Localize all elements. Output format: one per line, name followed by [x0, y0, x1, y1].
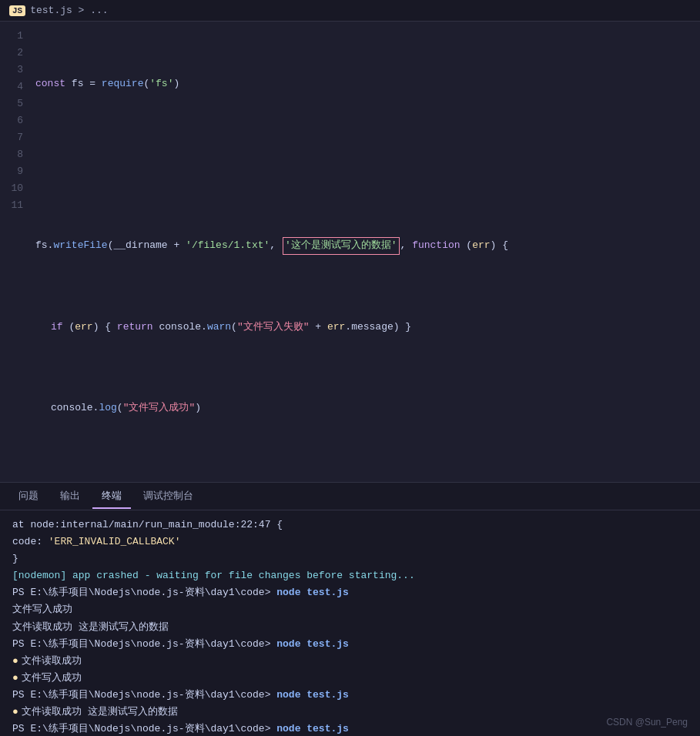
token-writefail: "文件写入失败" — [237, 319, 310, 336]
panel-tabs: 问题 输出 终端 调试控制台 — [0, 483, 700, 510]
term-line-bullet1: ●文件读取成功 — [12, 653, 688, 670]
line-num-10: 10 — [6, 180, 23, 197]
token-require: require — [102, 76, 144, 92]
token-writefile: writeFile — [53, 238, 107, 254]
terminal-content[interactable]: at node:internal/main/run_main_module:22… — [0, 510, 700, 736]
tab-debug[interactable]: 调试控制台 — [134, 484, 203, 509]
term-line-nodemon: [nodemon] app crashed - waiting for file… — [12, 567, 688, 584]
term-line-read1: 文件读取成功 这是测试写入的数据 — [12, 619, 688, 636]
token-function3: function — [412, 238, 460, 254]
line-num-3: 3 — [6, 62, 23, 79]
line-num-11: 11 — [6, 197, 23, 214]
token-if4: if — [51, 319, 63, 336]
line-num-5: 5 — [6, 95, 23, 112]
token-writesuccess: "文件写入成功" — [123, 400, 196, 417]
tab-terminal[interactable]: 终端 — [92, 484, 131, 509]
line-num-6: 6 — [6, 112, 23, 129]
code-editor[interactable]: const fs = require ( 'fs' ) fs . writeFi… — [32, 22, 700, 482]
term-line-bullet3: ●文件读取成功 这是测试写入的数据 — [12, 704, 688, 721]
line-numbers: 1 2 3 4 5 6 7 8 9 10 11 — [0, 22, 32, 482]
code-line-2 — [32, 157, 700, 174]
token-dirname: __dirname — [113, 238, 167, 254]
token-fs3: fs — [35, 238, 48, 254]
file-path: test.js > ... — [30, 5, 108, 16]
term-line-cmd3: PS E:\练手项目\Nodejs\node.js-资料\day1\code> … — [12, 687, 688, 704]
term-line-cmd1: PS E:\练手项目\Nodejs\node.js-资料\day1\code> … — [12, 584, 688, 601]
line-num-7: 7 — [6, 129, 23, 146]
token-err4: err — [75, 319, 92, 336]
token-log5: log — [99, 400, 116, 417]
js-badge: JS — [9, 5, 25, 16]
line-num-2: 2 — [6, 45, 23, 62]
code-line-3: fs . writeFile ( __dirname + '/files/1.t… — [32, 238, 700, 255]
term-line-1: at node:internal/main/run_main_module:22… — [12, 517, 688, 534]
term-line-cmd4: PS E:\练手项目\Nodejs\node.js-资料\day1\code> … — [12, 721, 688, 736]
token-filepath: '/files/1.txt' — [186, 238, 270, 254]
code-line-5: console . log ( "文件写入成功" ) — [32, 400, 700, 417]
token-testdata: '这个是测试写入的数据' — [285, 239, 397, 251]
tab-problems[interactable]: 问题 — [9, 484, 48, 509]
token-console5: console — [51, 400, 93, 417]
term-line-write1: 文件写入成功 — [12, 601, 688, 618]
editor-header: JS test.js > ... — [0, 0, 700, 22]
token-err4b: err — [327, 319, 345, 336]
token-message4: message — [351, 319, 394, 336]
line-num-1: 1 — [6, 28, 23, 45]
token-warn4: warn — [207, 319, 231, 336]
code-line-1: const fs = require ( 'fs' ) — [32, 75, 700, 92]
token-const: const — [35, 76, 65, 92]
line-num-9: 9 — [6, 163, 23, 180]
editor-area: 1 2 3 4 5 6 7 8 9 10 11 const fs = requi… — [0, 22, 700, 482]
tab-output[interactable]: 输出 — [51, 484, 89, 509]
token-fs: fs — [72, 76, 84, 92]
code-line-4: if ( err ) { return console . warn ( "文件… — [32, 319, 700, 336]
term-line-2: code: 'ERR_INVALID_CALLBACK' — [12, 534, 688, 550]
term-line-cmd2: PS E:\练手项目\Nodejs\node.js-资料\day1\code> … — [12, 636, 688, 653]
code-line-6 — [32, 480, 700, 482]
token-fs-str: 'fs' — [149, 76, 173, 92]
line-num-8: 8 — [6, 146, 23, 163]
line-num-4: 4 — [6, 79, 23, 95]
bottom-panel: 问题 输出 终端 调试控制台 at node:internal/main/run… — [0, 482, 700, 736]
token-err3: err — [472, 238, 490, 254]
token-return4: return — [117, 319, 153, 336]
token-console4: console — [159, 319, 201, 336]
watermark: CSDN @Sun_Peng — [606, 714, 688, 730]
token-testdata-highlight: '这个是测试写入的数据' — [283, 237, 400, 255]
term-line-bullet2: ●文件写入成功 — [12, 670, 688, 687]
term-line-3: } — [12, 550, 688, 567]
